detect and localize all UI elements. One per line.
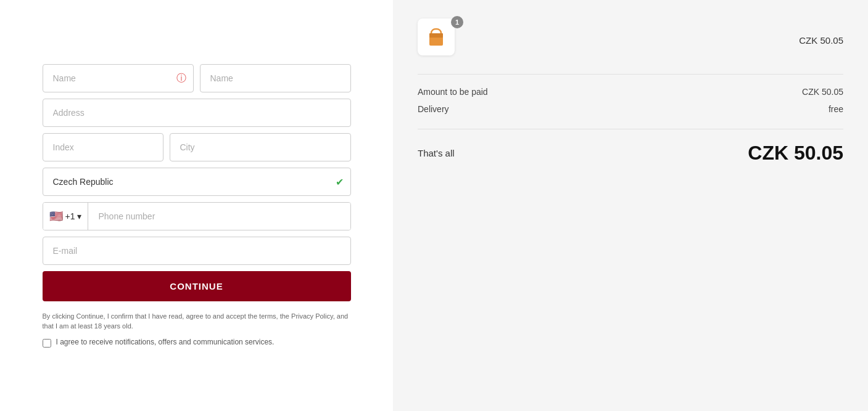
phone-flag-icon: 🇺🇸 [49,210,63,223]
phone-flag-prefix[interactable]: 🇺🇸 +1 ▾ [43,203,89,230]
phone-row: 🇺🇸 +1 ▾ [43,202,351,230]
cart-item-icon: 1 [418,18,461,62]
delivery-row: Delivery free [418,104,843,114]
last-name-wrapper [200,64,351,92]
newsletter-label: I agree to receive notifications, offers… [56,338,275,346]
bag-svg-icon [425,26,447,48]
city-input[interactable] [170,133,351,161]
name-row: ⓘ [43,64,351,92]
amount-row: Amount to be paid CZK 50.05 [418,87,843,97]
total-row: That's all CZK 50.05 [418,142,843,165]
phone-prefix-label: +1 [65,211,75,221]
index-wrapper [43,133,163,161]
cart-header: 1 CZK 50.05 [418,18,843,75]
index-input[interactable] [43,133,163,161]
address-input[interactable] [43,99,351,127]
phone-input[interactable] [88,203,350,230]
country-select[interactable]: Czech Republic Slovakia Germany Austria … [43,168,351,196]
continue-button[interactable]: CONTINUE [43,271,351,301]
newsletter-checkbox[interactable] [43,339,51,348]
phone-prefix-arrow-icon: ▾ [77,211,81,221]
newsletter-row: I agree to receive notifications, offers… [43,338,351,348]
cart-badge: 1 [451,16,463,28]
first-name-error-icon: ⓘ [176,71,186,84]
email-wrapper [43,237,351,265]
cart-bag [418,18,455,55]
address-wrapper [43,99,351,127]
country-wrapper: Czech Republic Slovakia Germany Austria … [43,168,351,196]
first-name-input[interactable] [43,64,194,92]
svg-rect-1 [429,33,443,38]
first-name-wrapper: ⓘ [43,64,194,92]
index-city-row [43,133,351,161]
country-check-icon: ✔ [336,176,344,187]
delivery-value: free [829,104,843,114]
amount-value: CZK 50.05 [802,87,843,97]
cart-item-price: CZK 50.05 [799,35,843,46]
delivery-label: Delivery [418,104,449,114]
form-container: ⓘ Czech Republic Slovakia Germany [43,64,351,348]
total-label: That's all [418,148,455,158]
checkout-form-panel: ⓘ Czech Republic Slovakia Germany [0,0,393,411]
summary-divider [418,129,843,129]
disclaimer-text: By clicking Continue, I confirm that I h… [43,311,351,332]
city-wrapper [170,133,351,161]
total-amount: CZK 50.05 [748,142,843,165]
last-name-input[interactable] [200,64,351,92]
order-summary-panel: 1 CZK 50.05 Amount to be paid CZK 50.05 … [393,0,868,411]
amount-label: Amount to be paid [418,87,488,97]
email-input[interactable] [43,237,351,265]
